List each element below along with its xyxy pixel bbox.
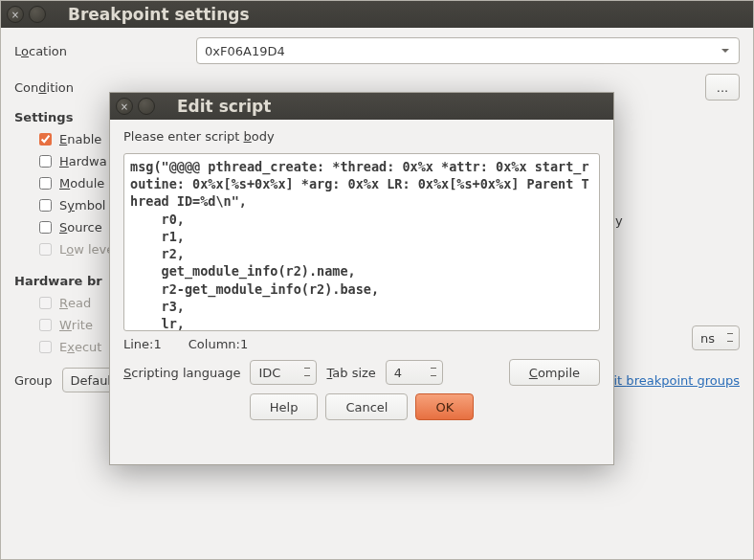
breakpoint-title: Breakpoint settings — [68, 5, 250, 24]
right-fragment-y: y — [615, 213, 740, 228]
line-status: Line:1 — [123, 337, 162, 351]
script-prompt: Please enter script body — [110, 120, 613, 147]
breakpoint-titlebar: × Breakpoint settings — [1, 1, 753, 28]
right-fragment-ns-spin[interactable]: ns — [692, 325, 740, 350]
edit-script-dialog: × Edit script Please enter script body m… — [109, 92, 614, 465]
group-label: Group — [14, 373, 53, 388]
breakpoint-minimize-icon[interactable] — [29, 6, 46, 23]
scripting-language-label: Scripting language — [123, 366, 240, 380]
edit-ok-button[interactable]: OK — [415, 393, 474, 420]
script-body-textarea[interactable]: msg("@@@@ pthread_create: *thread: 0x%x … — [123, 153, 600, 331]
location-input[interactable]: 0xF06A19D4 — [196, 37, 740, 64]
edit-close-icon[interactable]: × — [116, 98, 133, 115]
scripting-language-select[interactable]: IDC — [250, 360, 317, 385]
tab-size-select[interactable]: 4 — [386, 360, 443, 385]
edit-title: Edit script — [177, 97, 271, 116]
location-label: Location — [14, 44, 196, 58]
edit-minimize-icon[interactable] — [138, 98, 155, 115]
edit-script-titlebar: × Edit script — [110, 93, 613, 120]
obscured-right-text: y ns — [615, 213, 740, 350]
edit-help-button[interactable]: Help — [250, 393, 319, 420]
tab-size-label: Tab size — [326, 366, 375, 380]
compile-button[interactable]: Compile — [509, 359, 600, 386]
edit-groups-link[interactable]: Edit breakpoint groups — [598, 373, 740, 388]
column-status: Column:1 — [188, 337, 248, 351]
breakpoint-close-icon[interactable]: × — [7, 6, 24, 23]
condition-edit-button[interactable]: ... — [705, 74, 740, 101]
edit-cancel-button[interactable]: Cancel — [325, 393, 408, 420]
